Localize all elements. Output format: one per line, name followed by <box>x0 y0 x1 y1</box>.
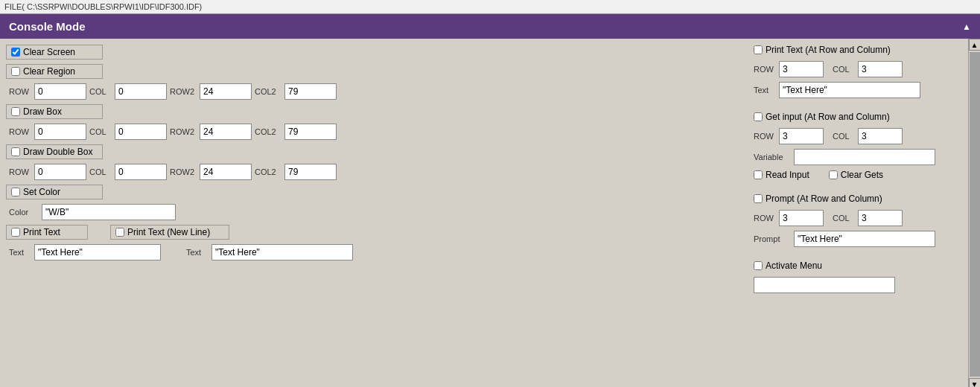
get-input-at-row: Get input (At Row and Column) <box>754 112 962 122</box>
right-get-col-label: COL <box>833 132 855 141</box>
right-print-text-label: Print Text (At Row and Column) <box>766 45 891 55</box>
cr-row2-label: ROW2 <box>170 87 197 96</box>
title-bar-text: FILE( C:\SSRPWI\DOUBLES\RPWI1\IDF\IDF300… <box>4 2 202 11</box>
draw-box-checkbox[interactable] <box>11 107 20 116</box>
variable-input[interactable] <box>794 149 935 165</box>
db-row2-input[interactable] <box>200 124 252 140</box>
prompt-checkbox[interactable] <box>754 194 763 203</box>
draw-box-fields: ROW COL ROW2 COL2 <box>9 124 748 140</box>
cr-col2-input[interactable] <box>284 83 337 100</box>
clear-region-checkbox[interactable] <box>11 67 20 76</box>
set-color-row: Set Color <box>6 185 748 199</box>
right-get-col-input[interactable] <box>858 128 903 144</box>
draw-double-box-label: Draw Double Box <box>23 147 92 157</box>
activate-menu-checkbox[interactable] <box>754 261 763 270</box>
ddb-col-input[interactable] <box>115 164 167 180</box>
print-text-newline-label: Print Text (New Line) <box>127 227 210 237</box>
db-col-label: COL <box>89 127 112 136</box>
right-get-row-label: ROW <box>754 132 776 141</box>
ddb-row-label: ROW <box>9 167 31 176</box>
clear-gets-checkbox[interactable] <box>829 170 838 179</box>
db-row-label: ROW <box>9 127 31 136</box>
variable-row: Variable <box>754 149 962 165</box>
scroll-up-button[interactable]: ▲ <box>969 39 981 51</box>
scroll-thumb[interactable] <box>970 52 980 377</box>
print-text-newline-checkbox[interactable] <box>115 228 124 237</box>
print-text-section: Print Text Print Text (New Line) <box>6 225 748 240</box>
right-text-label: Text <box>754 86 776 95</box>
right-prompt-row-col: ROW COL <box>754 210 962 226</box>
right-get-row-input[interactable] <box>779 128 824 144</box>
cr-col-input[interactable] <box>115 83 167 100</box>
title-bar: FILE( C:\SSRPWI\DOUBLES\RPWI1\IDF\IDF300… <box>0 0 980 14</box>
text-label1: Text <box>9 248 31 257</box>
db-col2-label: COL2 <box>255 127 281 136</box>
prompt-input[interactable] <box>794 231 935 247</box>
right-print-row-label: ROW <box>754 65 776 74</box>
set-color-label: Set Color <box>23 187 60 197</box>
right-print-row-col: ROW COL <box>754 61 962 77</box>
right-prompt-col-input[interactable] <box>858 210 903 226</box>
right-print-col-input[interactable] <box>858 61 903 77</box>
right-print-text-checkbox[interactable] <box>754 45 763 54</box>
text-label2: Text <box>186 248 209 257</box>
ddb-col2-input[interactable] <box>284 164 337 180</box>
read-clear-row: Read Input Clear Gets <box>754 170 962 180</box>
variable-label: Variable <box>754 153 791 161</box>
clear-region-fields: ROW COL ROW2 COL2 <box>9 83 748 100</box>
activate-menu-input[interactable] <box>754 277 895 293</box>
clear-screen-row: Clear Screen <box>6 45 748 60</box>
activate-menu-row: Activate Menu <box>754 260 962 271</box>
ddb-col-label: COL <box>89 167 112 176</box>
scrollbar: ▲ ▼ <box>968 39 980 387</box>
clear-region-label: Clear Region <box>23 66 75 77</box>
ddb-row-input[interactable] <box>34 164 86 180</box>
db-col-input[interactable] <box>115 124 167 140</box>
right-print-text-at-row: Print Text (At Row and Column) <box>754 45 962 55</box>
clear-gets-label: Clear Gets <box>841 170 883 180</box>
right-text-input[interactable] <box>779 82 920 98</box>
db-row-input[interactable] <box>34 124 86 140</box>
right-prompt-row-label: ROW <box>754 214 776 223</box>
right-prompt-col-label: COL <box>833 214 855 223</box>
get-input-label: Get input (At Row and Column) <box>766 112 890 122</box>
draw-box-label: Draw Box <box>23 106 62 117</box>
get-input-checkbox[interactable] <box>754 112 763 121</box>
clear-screen-label: Clear Screen <box>23 47 75 57</box>
right-prompt-row-input[interactable] <box>779 210 824 226</box>
header-title: Console Mode <box>9 20 86 33</box>
draw-double-box-checkbox[interactable] <box>11 147 20 156</box>
prompt-label-text: Prompt (At Row and Column) <box>766 194 882 204</box>
activate-menu-label: Activate Menu <box>766 260 822 271</box>
read-input-checkbox[interactable] <box>754 170 763 179</box>
print-text-checkbox[interactable] <box>11 228 20 237</box>
color-input[interactable] <box>42 204 176 220</box>
prompt-text-row: Prompt <box>754 231 962 247</box>
text-input2[interactable] <box>211 244 353 260</box>
activate-menu-input-row <box>754 277 962 293</box>
right-print-row-input[interactable] <box>779 61 824 77</box>
draw-double-box-fields: ROW COL ROW2 COL2 <box>9 164 748 180</box>
cr-col-label: COL <box>89 87 112 96</box>
db-col2-input[interactable] <box>284 124 337 140</box>
scroll-up-icon[interactable]: ▲ <box>962 22 971 32</box>
text-fields-row: Text Text <box>9 244 748 260</box>
draw-box-row: Draw Box <box>6 104 748 119</box>
header-bar: Console Mode ▲ <box>0 14 980 39</box>
right-get-row-col: ROW COL <box>754 128 962 144</box>
text-input1[interactable] <box>34 244 161 260</box>
print-text-label: Print Text <box>23 227 60 237</box>
ddb-row2-input[interactable] <box>200 164 252 180</box>
clear-screen-checkbox[interactable] <box>11 48 20 57</box>
ddb-col2-label: COL2 <box>255 167 281 176</box>
scroll-down-button[interactable]: ▼ <box>969 378 981 387</box>
right-print-col-label: COL <box>833 65 855 74</box>
clear-region-row: Clear Region <box>6 64 748 79</box>
set-color-checkbox[interactable] <box>11 188 20 196</box>
cr-row-label: ROW <box>9 87 31 96</box>
ddb-row2-label: ROW2 <box>170 167 197 176</box>
prompt-at-row: Prompt (At Row and Column) <box>754 194 962 204</box>
cr-row2-input[interactable] <box>200 83 252 100</box>
prompt-label: Prompt <box>754 234 791 243</box>
cr-row-input[interactable] <box>34 83 86 100</box>
